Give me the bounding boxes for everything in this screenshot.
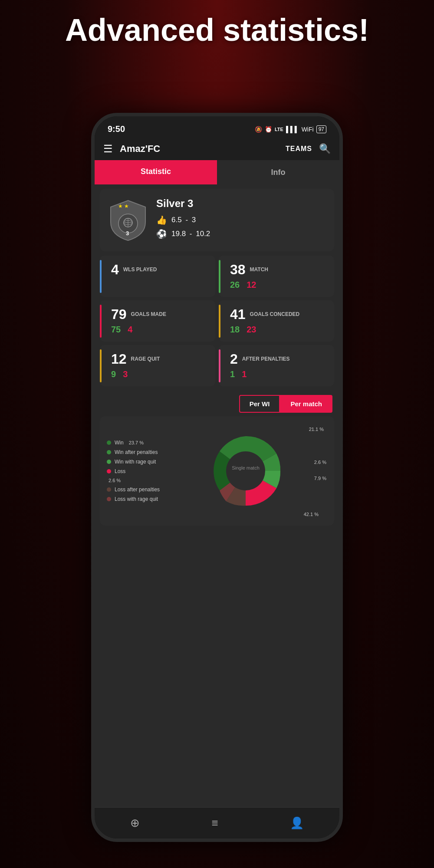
sub-val1: 18 [230, 325, 240, 335]
svg-point-7 [226, 451, 265, 490]
stat-card-match: 38 MATCH 26 12 [219, 256, 334, 297]
legend-pct-loss-left: 2.6 % [108, 478, 121, 483]
legend-label-win-ap: Win after penalties [115, 449, 158, 455]
legend-loss-pct: 2.6 % [107, 478, 160, 483]
stats-grid: 4 WLS PLAYED 38 MATCH 26 12 [100, 256, 334, 386]
sub-val2: 12 [247, 280, 256, 290]
legend-dot-win-ap [107, 450, 111, 454]
legend-dot-loss [107, 469, 111, 473]
ball-icon: ⚽ [156, 229, 167, 239]
stat-sub: 75 4 [106, 325, 209, 335]
legend-label-loss-ap: Loss after penalties [115, 487, 160, 493]
phone-frame: 9:50 🔕 ⏰ LTE ▌▌▌ WiFi 97 ☰ Amaz'FC TEAMS… [91, 113, 343, 842]
chart-area: Win 23.7 % Win after penalties Win with … [100, 416, 334, 526]
legend-win: Win 23.7 % [107, 440, 160, 446]
search-icon[interactable]: 🔍 [319, 143, 331, 155]
app-title: Amaz'FC [120, 143, 279, 155]
legend-pct-win: 23.7 % [129, 440, 144, 445]
status-time: 9:50 [108, 124, 125, 134]
teams-label[interactable]: TEAMS [286, 145, 312, 153]
stat-label: GOALS CONCEDED [250, 311, 300, 317]
legend-win-after-pen: Win after penalties [107, 449, 160, 455]
stat-number: 2 [230, 352, 238, 366]
legend-label-loss: Loss [115, 468, 125, 474]
shield-badge: ★ ★ 3 [108, 198, 148, 242]
stat-border [100, 349, 102, 382]
pct-top-right: 21.1 % [309, 427, 324, 432]
add-icon[interactable]: ⊕ [130, 816, 140, 830]
stat-border [100, 305, 102, 338]
nav-bar: ☰ Amaz'FC TEAMS 🔍 [95, 138, 339, 160]
stat-sub: 18 23 [225, 325, 328, 335]
legend-dot-win [107, 441, 111, 445]
tab-statistic[interactable]: Statistic [95, 160, 217, 184]
stat-sub: 26 12 [225, 280, 328, 290]
legend-dot-win-rq [107, 460, 111, 464]
player-card: ★ ★ 3 Silver 3 👍 6.5 - 3 [100, 189, 334, 251]
sub-val1: 26 [230, 280, 240, 290]
phone-screen: 9:50 🔕 ⏰ LTE ▌▌▌ WiFi 97 ☰ Amaz'FC TEAMS… [95, 116, 339, 838]
stat-border [219, 260, 220, 293]
stat-main: 79 GOALS MADE [106, 307, 209, 321]
svg-text:Single match: Single match [232, 465, 260, 470]
pct-right2: 7.9 % [314, 476, 326, 481]
per-wi-button[interactable]: Per WI [239, 395, 280, 413]
pct-right1: 2.6 % [314, 460, 326, 465]
stat-label: MATCH [250, 266, 268, 273]
stat-border [219, 349, 220, 382]
filter-icon[interactable]: ≡ [211, 816, 218, 830]
stat-number: 79 [111, 307, 127, 321]
stat-main: 4 WLS PLAYED [106, 263, 209, 276]
legend-label-win: Win [115, 440, 124, 446]
tab-bar: Statistic Info [95, 160, 339, 184]
profile-icon[interactable]: 👤 [290, 816, 304, 830]
sub-val2: 4 [128, 325, 132, 335]
sub-val2: 3 [123, 369, 128, 379]
stat-label: RAGE QUIT [131, 356, 160, 362]
stat-number: 41 [230, 307, 246, 321]
sub-val2: 1 [242, 369, 247, 379]
legend-loss-after-pen: Loss after penalties [107, 487, 160, 493]
battery-icon: 97 [316, 125, 326, 133]
stat-label: WLS PLAYED [123, 266, 157, 273]
stat-main: 12 RAGE QUIT [106, 352, 209, 366]
status-icons: 🔕 ⏰ LTE ▌▌▌ WiFi 97 [255, 125, 326, 133]
stat-sub: 1 1 [225, 369, 328, 379]
thumbs-up-icon: 👍 [156, 215, 167, 225]
stat-number: 4 [111, 263, 119, 276]
legend-loss-rage: Loss with rage quit [107, 496, 160, 502]
stat-card-goals-made: 79 GOALS MADE 75 4 [100, 300, 215, 342]
content-area: ★ ★ 3 Silver 3 👍 6.5 - 3 [95, 184, 339, 820]
pct-bottom: 42.1 % [304, 512, 319, 517]
stat-number: 12 [111, 352, 127, 366]
wifi-icon: WiFi [302, 126, 314, 133]
player-info: Silver 3 👍 6.5 - 3 ⚽ 19.8 - 10.2 [156, 197, 326, 243]
status-bar: 9:50 🔕 ⏰ LTE ▌▌▌ WiFi 97 [95, 116, 339, 138]
player-name: Silver 3 [156, 197, 326, 210]
hamburger-menu[interactable]: ☰ [103, 143, 113, 155]
hero-title: Advanced statistics! [0, 13, 434, 47]
alarm-icon: ⏰ [265, 126, 272, 133]
svg-text:3: 3 [126, 230, 129, 237]
svg-text:★ ★: ★ ★ [118, 203, 129, 209]
shots-value: 19.8 - 10.2 [171, 230, 210, 238]
donut-chart: Single match 21.1 % 2.6 % 7.9 % 42.1 % [164, 423, 327, 519]
stat-number: 38 [230, 263, 246, 276]
rating-value: 6.5 - 3 [171, 216, 196, 224]
per-match-button[interactable]: Per match [280, 395, 332, 413]
sub-val1: 9 [111, 369, 116, 379]
stat-border [219, 305, 220, 338]
legend-loss: Loss [107, 468, 160, 474]
legend-dot-loss-ap [107, 487, 111, 492]
sub-val1: 75 [111, 325, 121, 335]
stat-label: GOALS MADE [131, 311, 166, 317]
lte-icon: LTE [275, 127, 283, 132]
stat-card-after-penalties: 2 AFTER PENALTIES 1 1 [219, 345, 334, 386]
chart-toggle: Per WI Per match [95, 390, 339, 416]
legend-win-rage: Win with rage quit [107, 459, 160, 465]
stat-main: 38 MATCH [225, 263, 328, 276]
tab-info[interactable]: Info [217, 160, 339, 184]
shots-row: ⚽ 19.8 - 10.2 [156, 229, 326, 239]
sub-val2: 23 [247, 325, 256, 335]
chart-legend: Win 23.7 % Win after penalties Win with … [107, 440, 160, 502]
